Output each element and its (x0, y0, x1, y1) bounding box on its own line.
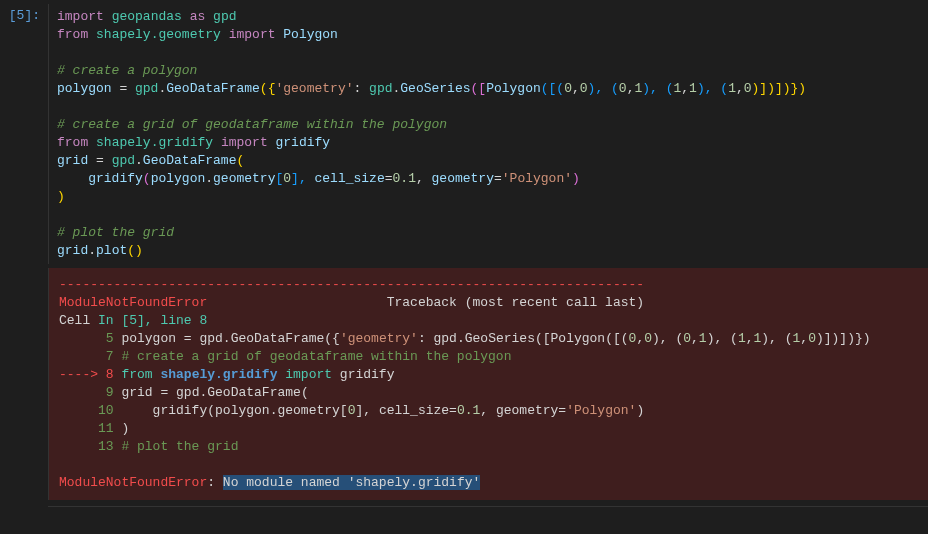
code-line: # create a grid of geodataframe within t… (57, 116, 920, 134)
code-line: import geopandas as gpd (57, 8, 920, 26)
code-line: grid.plot() (57, 242, 920, 260)
traceback-line: 11 ) (59, 420, 918, 438)
traceback-header: ModuleNotFoundError Traceback (most rece… (59, 294, 918, 312)
traceback-line-current: ----> 8 from shapely.gridify import grid… (59, 366, 918, 384)
code-line: polygon = gpd.GeoDataFrame({'geometry': … (57, 80, 920, 98)
traceback-line: 7 # create a grid of geodataframe within… (59, 348, 918, 366)
code-line: grid = gpd.GeoDataFrame( (57, 152, 920, 170)
code-line: # plot the grid (57, 224, 920, 242)
code-line (57, 98, 920, 116)
code-line (57, 206, 920, 224)
traceback-line: 13 # plot the grid (59, 438, 918, 456)
code-line: from shapely.geometry import Polygon (57, 26, 920, 44)
code-line: gridify(polygon.geometry[0], cell_size=0… (57, 170, 920, 188)
code-editor[interactable]: import geopandas as gpd from shapely.geo… (48, 4, 928, 264)
traceback-line: 5 polygon = gpd.GeoDataFrame({'geometry'… (59, 330, 918, 348)
code-line: from shapely.gridify import gridify (57, 134, 920, 152)
error-final: ModuleNotFoundError: No module named 'sh… (59, 474, 918, 492)
code-line: ) (57, 188, 920, 206)
traceback-line: 9 grid = gpd.GeoDataFrame( (59, 384, 918, 402)
error-output: ----------------------------------------… (48, 268, 928, 500)
traceback-line: 10 gridify(polygon.geometry[0], cell_siz… (59, 402, 918, 420)
cell-divider (48, 506, 928, 507)
code-line: # create a polygon (57, 62, 920, 80)
code-line (57, 44, 920, 62)
error-divider: ----------------------------------------… (59, 276, 918, 294)
traceback-cell-ref: Cell In [5], line 8 (59, 312, 918, 330)
cell-prompt: [5]: (0, 4, 48, 264)
traceback-blank (59, 456, 918, 474)
code-cell: [5]: import geopandas as gpd from shapel… (0, 0, 928, 268)
